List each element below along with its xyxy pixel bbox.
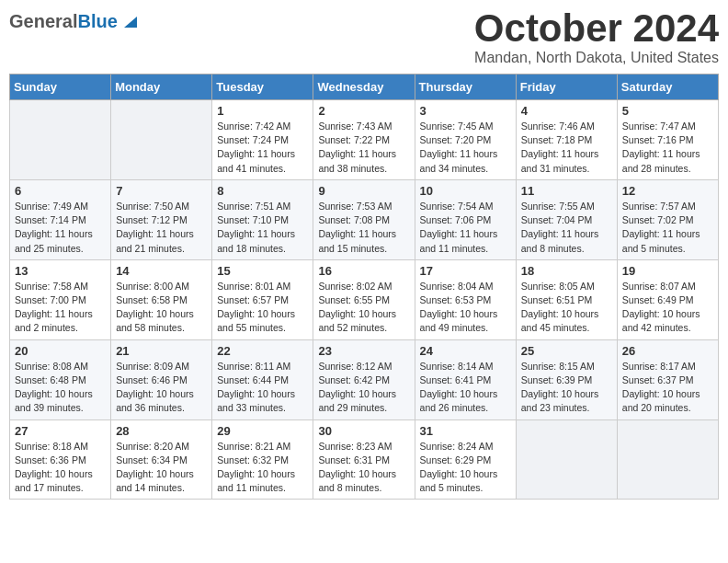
weekday-header-tuesday: Tuesday <box>212 75 313 100</box>
day-number: 22 <box>217 344 308 358</box>
day-number: 12 <box>622 184 713 198</box>
day-number: 2 <box>318 104 409 118</box>
cell-daylight-info: Sunrise: 7:57 AMSunset: 7:02 PMDaylight:… <box>622 200 713 256</box>
calendar-cell: 31Sunrise: 8:24 AMSunset: 6:29 PMDayligh… <box>415 419 516 500</box>
cell-daylight-info: Sunrise: 8:17 AMSunset: 6:37 PMDaylight:… <box>622 360 713 416</box>
calendar-cell: 5Sunrise: 7:47 AMSunset: 7:16 PMDaylight… <box>617 100 718 180</box>
cell-daylight-info: Sunrise: 8:01 AMSunset: 6:57 PMDaylight:… <box>217 280 308 336</box>
calendar-cell: 15Sunrise: 8:01 AMSunset: 6:57 PMDayligh… <box>212 259 313 339</box>
calendar-cell: 20Sunrise: 8:08 AMSunset: 6:48 PMDayligh… <box>10 339 111 419</box>
calendar-cell: 13Sunrise: 7:58 AMSunset: 7:00 PMDayligh… <box>10 259 111 339</box>
calendar-cell: 8Sunrise: 7:51 AMSunset: 7:10 PMDaylight… <box>212 179 313 259</box>
day-number: 9 <box>318 184 409 198</box>
cell-daylight-info: Sunrise: 8:08 AMSunset: 6:48 PMDaylight:… <box>15 360 106 416</box>
day-number: 21 <box>116 344 207 358</box>
day-number: 31 <box>420 424 511 438</box>
cell-daylight-info: Sunrise: 8:12 AMSunset: 6:42 PMDaylight:… <box>318 360 409 416</box>
day-number: 4 <box>521 104 612 118</box>
cell-daylight-info: Sunrise: 7:54 AMSunset: 7:06 PMDaylight:… <box>420 200 511 256</box>
logo-general-text: General <box>9 11 77 32</box>
cell-daylight-info: Sunrise: 8:11 AMSunset: 6:44 PMDaylight:… <box>217 360 308 416</box>
day-number: 1 <box>217 104 308 118</box>
cell-daylight-info: Sunrise: 8:21 AMSunset: 6:32 PMDaylight:… <box>217 440 308 496</box>
svg-marker-0 <box>124 17 137 28</box>
cell-daylight-info: Sunrise: 7:45 AMSunset: 7:20 PMDaylight:… <box>420 120 511 176</box>
calendar-week-3: 13Sunrise: 7:58 AMSunset: 7:00 PMDayligh… <box>10 259 719 339</box>
calendar-cell <box>10 100 111 180</box>
calendar-cell: 10Sunrise: 7:54 AMSunset: 7:06 PMDayligh… <box>415 179 516 259</box>
calendar-cell: 26Sunrise: 8:17 AMSunset: 6:37 PMDayligh… <box>617 339 718 419</box>
calendar-cell: 1Sunrise: 7:42 AMSunset: 7:24 PMDaylight… <box>212 100 313 180</box>
day-number: 15 <box>217 264 308 278</box>
cell-daylight-info: Sunrise: 8:20 AMSunset: 6:34 PMDaylight:… <box>116 440 207 496</box>
calendar-cell: 16Sunrise: 8:02 AMSunset: 6:55 PMDayligh… <box>313 259 415 339</box>
day-number: 3 <box>420 104 511 118</box>
logo: General Blue <box>9 9 137 33</box>
calendar-cell: 12Sunrise: 7:57 AMSunset: 7:02 PMDayligh… <box>617 179 718 259</box>
day-number: 28 <box>116 424 207 438</box>
day-number: 16 <box>318 264 409 278</box>
calendar-week-1: 1Sunrise: 7:42 AMSunset: 7:24 PMDaylight… <box>10 100 719 180</box>
cell-daylight-info: Sunrise: 7:50 AMSunset: 7:12 PMDaylight:… <box>116 200 207 256</box>
cell-daylight-info: Sunrise: 8:07 AMSunset: 6:49 PMDaylight:… <box>622 280 713 336</box>
calendar-cell: 25Sunrise: 8:15 AMSunset: 6:39 PMDayligh… <box>516 339 617 419</box>
weekday-header-thursday: Thursday <box>415 75 516 100</box>
day-number: 23 <box>318 344 409 358</box>
calendar-cell: 4Sunrise: 7:46 AMSunset: 7:18 PMDaylight… <box>516 100 617 180</box>
weekday-header-saturday: Saturday <box>617 75 718 100</box>
cell-daylight-info: Sunrise: 8:00 AMSunset: 6:58 PMDaylight:… <box>116 280 207 336</box>
calendar-week-5: 27Sunrise: 8:18 AMSunset: 6:36 PMDayligh… <box>10 419 719 500</box>
day-number: 10 <box>420 184 511 198</box>
calendar-cell: 30Sunrise: 8:23 AMSunset: 6:31 PMDayligh… <box>313 419 415 500</box>
calendar-cell: 11Sunrise: 7:55 AMSunset: 7:04 PMDayligh… <box>516 179 617 259</box>
calendar-cell: 3Sunrise: 7:45 AMSunset: 7:20 PMDaylight… <box>415 100 516 180</box>
calendar-cell: 14Sunrise: 8:00 AMSunset: 6:58 PMDayligh… <box>111 259 212 339</box>
cell-daylight-info: Sunrise: 8:14 AMSunset: 6:41 PMDaylight:… <box>420 360 511 416</box>
calendar-cell: 24Sunrise: 8:14 AMSunset: 6:41 PMDayligh… <box>415 339 516 419</box>
cell-daylight-info: Sunrise: 7:53 AMSunset: 7:08 PMDaylight:… <box>318 200 409 256</box>
calendar-cell: 18Sunrise: 8:05 AMSunset: 6:51 PMDayligh… <box>516 259 617 339</box>
cell-daylight-info: Sunrise: 7:47 AMSunset: 7:16 PMDaylight:… <box>622 120 713 176</box>
day-number: 18 <box>521 264 612 278</box>
day-number: 7 <box>116 184 207 198</box>
day-number: 20 <box>15 344 106 358</box>
day-number: 27 <box>15 424 106 438</box>
day-number: 17 <box>420 264 511 278</box>
day-number: 6 <box>15 184 106 198</box>
cell-daylight-info: Sunrise: 7:43 AMSunset: 7:22 PMDaylight:… <box>318 120 409 176</box>
day-number: 30 <box>318 424 409 438</box>
cell-daylight-info: Sunrise: 8:15 AMSunset: 6:39 PMDaylight:… <box>521 360 612 416</box>
title-block: October 2024 Mandan, North Dakota, Unite… <box>474 9 719 66</box>
calendar-cell: 23Sunrise: 8:12 AMSunset: 6:42 PMDayligh… <box>313 339 415 419</box>
cell-daylight-info: Sunrise: 8:18 AMSunset: 6:36 PMDaylight:… <box>15 440 106 496</box>
cell-daylight-info: Sunrise: 8:05 AMSunset: 6:51 PMDaylight:… <box>521 280 612 336</box>
day-number: 26 <box>622 344 713 358</box>
cell-daylight-info: Sunrise: 7:42 AMSunset: 7:24 PMDaylight:… <box>217 120 308 176</box>
calendar-cell: 27Sunrise: 8:18 AMSunset: 6:36 PMDayligh… <box>10 419 111 500</box>
cell-daylight-info: Sunrise: 7:55 AMSunset: 7:04 PMDaylight:… <box>521 200 612 256</box>
calendar-cell: 21Sunrise: 8:09 AMSunset: 6:46 PMDayligh… <box>111 339 212 419</box>
weekday-header-monday: Monday <box>111 75 212 100</box>
calendar-cell <box>111 100 212 180</box>
day-number: 29 <box>217 424 308 438</box>
calendar-cell: 29Sunrise: 8:21 AMSunset: 6:32 PMDayligh… <box>212 419 313 500</box>
calendar-cell: 6Sunrise: 7:49 AMSunset: 7:14 PMDaylight… <box>10 179 111 259</box>
cell-daylight-info: Sunrise: 7:51 AMSunset: 7:10 PMDaylight:… <box>217 200 308 256</box>
day-number: 11 <box>521 184 612 198</box>
weekday-header-row: SundayMondayTuesdayWednesdayThursdayFrid… <box>10 75 719 100</box>
cell-daylight-info: Sunrise: 8:02 AMSunset: 6:55 PMDaylight:… <box>318 280 409 336</box>
day-number: 5 <box>622 104 713 118</box>
logo-icon <box>120 11 137 28</box>
calendar-cell: 17Sunrise: 8:04 AMSunset: 6:53 PMDayligh… <box>415 259 516 339</box>
cell-daylight-info: Sunrise: 8:04 AMSunset: 6:53 PMDaylight:… <box>420 280 511 336</box>
day-number: 14 <box>116 264 207 278</box>
calendar-cell: 7Sunrise: 7:50 AMSunset: 7:12 PMDaylight… <box>111 179 212 259</box>
calendar-week-4: 20Sunrise: 8:08 AMSunset: 6:48 PMDayligh… <box>10 339 719 419</box>
day-number: 8 <box>217 184 308 198</box>
calendar-cell: 19Sunrise: 8:07 AMSunset: 6:49 PMDayligh… <box>617 259 718 339</box>
day-number: 25 <box>521 344 612 358</box>
weekday-header-wednesday: Wednesday <box>313 75 415 100</box>
calendar-cell: 9Sunrise: 7:53 AMSunset: 7:08 PMDaylight… <box>313 179 415 259</box>
weekday-header-sunday: Sunday <box>10 75 111 100</box>
cell-daylight-info: Sunrise: 7:49 AMSunset: 7:14 PMDaylight:… <box>15 200 106 256</box>
